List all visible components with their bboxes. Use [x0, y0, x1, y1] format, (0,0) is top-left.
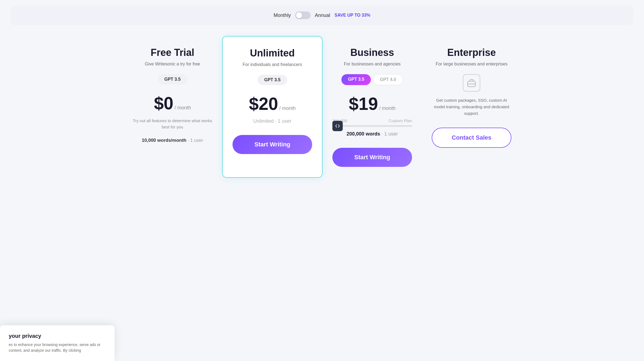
unlimited-period: / month — [279, 106, 296, 111]
business-gpt35-badge[interactable]: GPT 3.5 — [341, 74, 371, 85]
slider-max-label: Custom Plan — [389, 118, 412, 123]
business-period: / month — [379, 106, 396, 111]
slider-track[interactable] — [332, 125, 412, 127]
enterprise-icon-container — [432, 74, 511, 92]
business-price: $19 — [349, 94, 378, 114]
billing-toggle[interactable] — [295, 11, 311, 19]
enterprise-plan-name: Enterprise — [432, 47, 511, 58]
free-price-section: $0 / month — [133, 93, 212, 113]
privacy-title: your privacy — [9, 333, 106, 339]
slider-labels: 200,000 Custom Plan — [332, 118, 412, 123]
business-plan-desc: For businesses and agencies — [332, 62, 412, 67]
enterprise-plan-desc: For large businesses and enterprises — [432, 62, 511, 67]
enterprise-plan-card: Enterprise For large businesses and ente… — [422, 36, 521, 178]
free-words: 10,000 words/month · 1 user — [133, 138, 212, 143]
plans-grid: Free Trial Give Writesonic a try for fre… — [117, 25, 527, 189]
unlimited-price-section: $20 / month — [232, 94, 312, 114]
business-plan-card: Business For businesses and agencies GPT… — [323, 36, 422, 178]
free-period: / month — [175, 105, 191, 110]
free-gpt-badge[interactable]: GPT 3.5 — [158, 74, 187, 85]
monthly-label: Monthly — [274, 13, 291, 18]
billing-toggle-bar: Monthly Annual SAVE UP TO 33% — [11, 5, 633, 25]
free-plan-desc: Give Writesonic a try for free — [133, 62, 212, 67]
enterprise-note: Get custom packages, SSO, custom AI mode… — [432, 97, 511, 117]
enterprise-cta-button[interactable]: Contact Sales — [432, 128, 511, 148]
free-gpt-selector: GPT 3.5 — [133, 74, 212, 85]
business-price-section: $19 / month — [332, 94, 412, 114]
unlimited-gpt-selector: GPT 3.5 — [232, 75, 312, 85]
save-label: SAVE UP TO 33% — [335, 13, 371, 18]
unlimited-words-users: Unlimited · 1 user — [232, 118, 312, 124]
business-slider-section: 200,000 Custom Plan — [332, 118, 412, 127]
unlimited-gpt-badge[interactable]: GPT 3.5 — [258, 75, 287, 85]
slider-handle[interactable] — [332, 121, 343, 131]
business-gpt40-badge[interactable]: GPT 4.0 — [373, 74, 403, 85]
free-note: Try out all features to determine what w… — [133, 118, 212, 130]
toggle-thumb — [296, 12, 302, 18]
business-gpt-selector: GPT 3.5 GPT 4.0 — [332, 74, 412, 85]
business-words-display: 200,000 words · 1 user — [332, 131, 412, 137]
free-price: $0 — [154, 94, 173, 113]
free-plan-card: Free Trial Give Writesonic a try for fre… — [123, 36, 222, 178]
unlimited-plan-name: Unlimited — [232, 47, 312, 59]
privacy-text: es to enhance your browsing experience, … — [9, 342, 106, 353]
unlimited-price: $20 — [249, 94, 278, 114]
free-users: · 1 user — [188, 138, 203, 143]
business-cta-button[interactable]: Start Writing — [332, 148, 412, 167]
unlimited-cta-button[interactable]: Start Writing — [232, 135, 312, 154]
toggle-track[interactable] — [295, 11, 311, 19]
briefcase-icon — [463, 74, 480, 92]
business-plan-name: Business — [332, 47, 412, 58]
free-plan-name: Free Trial — [133, 47, 212, 58]
unlimited-plan-card: Unlimited For individuals and freelancer… — [222, 36, 323, 178]
annual-label: Annual — [315, 13, 330, 18]
unlimited-plan-desc: For individuals and freelancers — [232, 62, 312, 67]
privacy-overlay: your privacy es to enhance your browsing… — [0, 325, 115, 361]
